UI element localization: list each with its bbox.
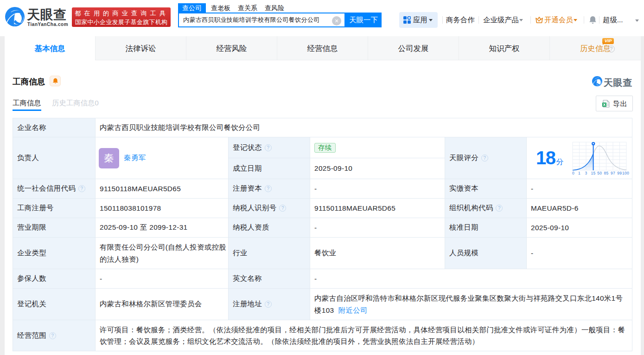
svg-text:3: 3: [585, 171, 587, 175]
svg-text:99: 99: [617, 171, 622, 175]
svg-text:0: 0: [572, 171, 574, 175]
svg-text:50: 50: [597, 171, 602, 175]
svg-text:85: 85: [604, 171, 608, 175]
svg-text:1: 1: [578, 171, 580, 175]
svg-text:100: 100: [622, 171, 629, 175]
svg-text:15: 15: [591, 171, 596, 175]
svg-text:97: 97: [611, 171, 615, 175]
